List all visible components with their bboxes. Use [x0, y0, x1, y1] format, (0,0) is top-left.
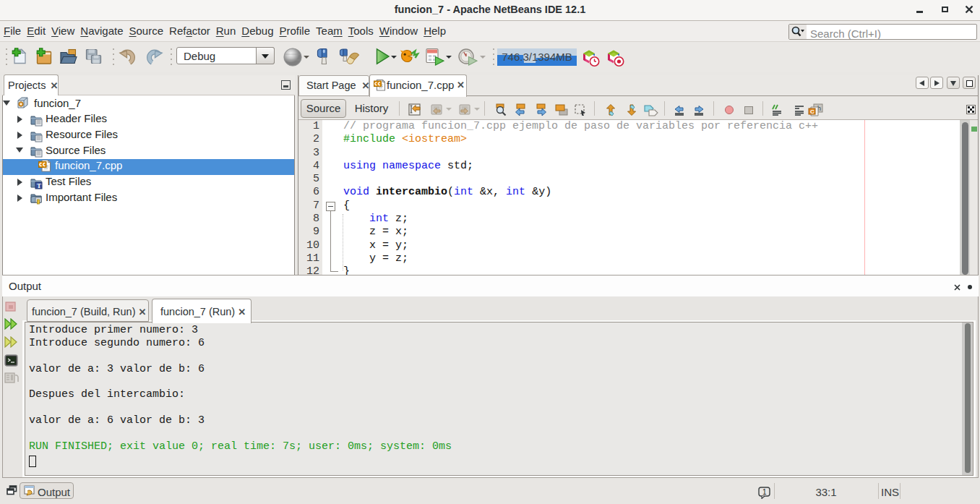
svg-text:1: 1 [762, 488, 767, 496]
svg-text:C: C [810, 108, 814, 115]
svg-text:T: T [37, 182, 41, 189]
